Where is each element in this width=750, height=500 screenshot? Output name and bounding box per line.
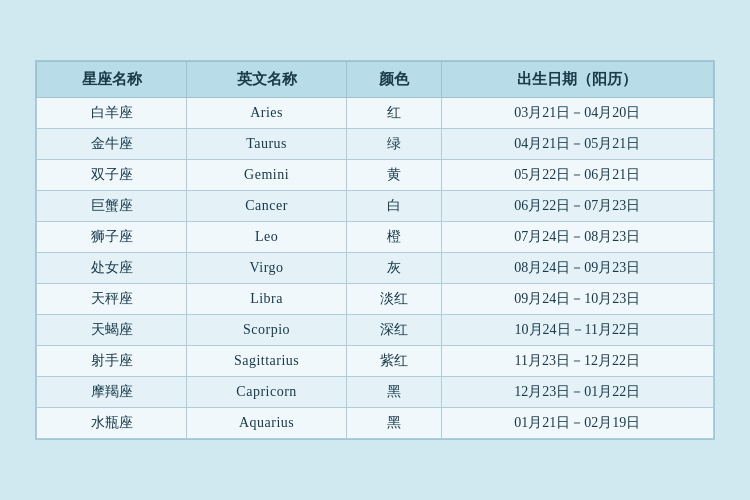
- cell-chinese: 狮子座: [37, 222, 187, 253]
- table-body: 白羊座Aries红03月21日－04月20日金牛座Taurus绿04月21日－0…: [37, 98, 714, 439]
- cell-chinese: 处女座: [37, 253, 187, 284]
- cell-chinese: 天蝎座: [37, 315, 187, 346]
- cell-dates: 09月24日－10月23日: [441, 284, 713, 315]
- table-header-row: 星座名称 英文名称 颜色 出生日期（阳历）: [37, 62, 714, 98]
- cell-dates: 06月22日－07月23日: [441, 191, 713, 222]
- cell-color: 黄: [347, 160, 441, 191]
- table-row: 射手座Sagittarius紫红11月23日－12月22日: [37, 346, 714, 377]
- col-header-color: 颜色: [347, 62, 441, 98]
- cell-chinese: 射手座: [37, 346, 187, 377]
- cell-english: Capricorn: [187, 377, 347, 408]
- cell-english: Libra: [187, 284, 347, 315]
- cell-chinese: 摩羯座: [37, 377, 187, 408]
- cell-color: 黑: [347, 377, 441, 408]
- cell-english: Gemini: [187, 160, 347, 191]
- zodiac-table: 星座名称 英文名称 颜色 出生日期（阳历） 白羊座Aries红03月21日－04…: [36, 61, 714, 439]
- cell-english: Aquarius: [187, 408, 347, 439]
- cell-chinese: 水瓶座: [37, 408, 187, 439]
- cell-color: 红: [347, 98, 441, 129]
- cell-color: 黑: [347, 408, 441, 439]
- cell-color: 深红: [347, 315, 441, 346]
- cell-english: Leo: [187, 222, 347, 253]
- cell-chinese: 白羊座: [37, 98, 187, 129]
- table-row: 金牛座Taurus绿04月21日－05月21日: [37, 129, 714, 160]
- zodiac-table-container: 星座名称 英文名称 颜色 出生日期（阳历） 白羊座Aries红03月21日－04…: [35, 60, 715, 440]
- cell-chinese: 天秤座: [37, 284, 187, 315]
- cell-dates: 07月24日－08月23日: [441, 222, 713, 253]
- cell-chinese: 巨蟹座: [37, 191, 187, 222]
- table-row: 白羊座Aries红03月21日－04月20日: [37, 98, 714, 129]
- cell-dates: 10月24日－11月22日: [441, 315, 713, 346]
- cell-color: 橙: [347, 222, 441, 253]
- cell-english: Sagittarius: [187, 346, 347, 377]
- cell-color: 淡红: [347, 284, 441, 315]
- cell-color: 白: [347, 191, 441, 222]
- cell-english: Taurus: [187, 129, 347, 160]
- cell-dates: 11月23日－12月22日: [441, 346, 713, 377]
- table-row: 双子座Gemini黄05月22日－06月21日: [37, 160, 714, 191]
- cell-color: 灰: [347, 253, 441, 284]
- cell-english: Aries: [187, 98, 347, 129]
- table-row: 摩羯座Capricorn黑12月23日－01月22日: [37, 377, 714, 408]
- cell-english: Virgo: [187, 253, 347, 284]
- col-header-chinese: 星座名称: [37, 62, 187, 98]
- table-row: 天蝎座Scorpio深红10月24日－11月22日: [37, 315, 714, 346]
- cell-dates: 04月21日－05月21日: [441, 129, 713, 160]
- col-header-english: 英文名称: [187, 62, 347, 98]
- table-row: 处女座Virgo灰08月24日－09月23日: [37, 253, 714, 284]
- cell-dates: 03月21日－04月20日: [441, 98, 713, 129]
- cell-dates: 05月22日－06月21日: [441, 160, 713, 191]
- cell-dates: 12月23日－01月22日: [441, 377, 713, 408]
- cell-english: Cancer: [187, 191, 347, 222]
- cell-chinese: 金牛座: [37, 129, 187, 160]
- cell-english: Scorpio: [187, 315, 347, 346]
- cell-color: 紫红: [347, 346, 441, 377]
- table-row: 水瓶座Aquarius黑01月21日－02月19日: [37, 408, 714, 439]
- cell-dates: 01月21日－02月19日: [441, 408, 713, 439]
- table-row: 狮子座Leo橙07月24日－08月23日: [37, 222, 714, 253]
- col-header-dates: 出生日期（阳历）: [441, 62, 713, 98]
- cell-chinese: 双子座: [37, 160, 187, 191]
- cell-color: 绿: [347, 129, 441, 160]
- cell-dates: 08月24日－09月23日: [441, 253, 713, 284]
- table-row: 巨蟹座Cancer白06月22日－07月23日: [37, 191, 714, 222]
- table-row: 天秤座Libra淡红09月24日－10月23日: [37, 284, 714, 315]
